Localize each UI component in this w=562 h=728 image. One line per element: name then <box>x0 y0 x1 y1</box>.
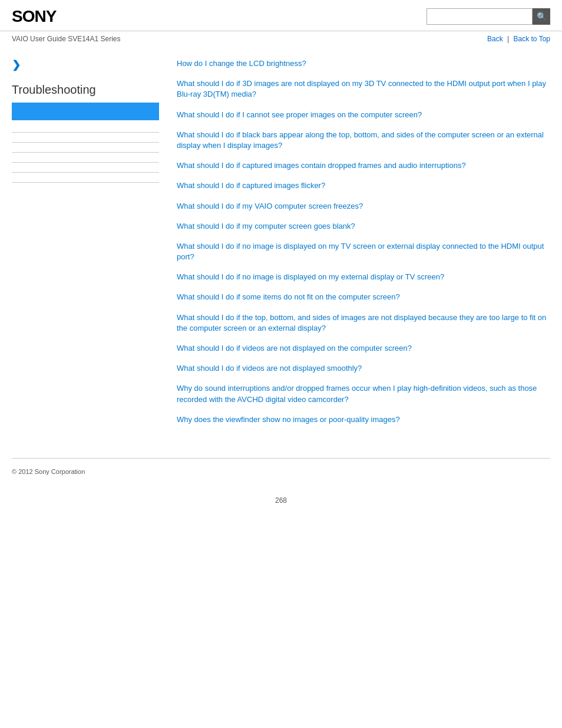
list-item: What should I do if no image is displaye… <box>177 272 550 282</box>
back-link[interactable]: Back <box>487 35 503 43</box>
list-item: What should I do if 3D images are not di… <box>177 78 550 100</box>
content-link-7[interactable]: What should I do if my VAIO computer scr… <box>177 202 363 210</box>
list-item: Why does the viewfinder show no images o… <box>177 414 550 425</box>
list-item: What should I do if some items do not fi… <box>177 292 550 302</box>
content-link-16[interactable]: Why does the viewfinder show no images o… <box>177 415 400 424</box>
list-item: What should I do if videos are not displ… <box>177 363 550 374</box>
sidebar-title: Troubleshooting <box>12 83 159 97</box>
list-item: What should I do if captured images flic… <box>177 180 550 191</box>
content-link-1[interactable]: How do I change the LCD brightness? <box>177 59 306 68</box>
page-header: SONY 🔍 <box>0 0 562 31</box>
page-number: 268 <box>0 485 562 510</box>
copyright-text: © 2012 Sony Corporation <box>12 468 85 475</box>
list-item: What should I do if videos are not displ… <box>177 343 550 354</box>
content-link-4[interactable]: What should I do if black bars appear al… <box>177 130 544 150</box>
sony-logo: SONY <box>12 7 56 26</box>
list-item <box>12 132 159 142</box>
sidebar: ❯ Troubleshooting <box>12 58 171 434</box>
content-area: How do I change the LCD brightness? What… <box>171 58 550 434</box>
list-item: What should I do if I cannot see proper … <box>177 110 550 120</box>
sidebar-links <box>12 132 159 183</box>
content-link-11[interactable]: What should I do if some items do not fi… <box>177 292 400 301</box>
list-item <box>12 172 159 183</box>
list-item: What should I do if the top, bottom, and… <box>177 312 550 334</box>
list-item: Why do sound interruptions and/or droppe… <box>177 383 550 404</box>
search-button[interactable]: 🔍 <box>533 8 550 25</box>
search-icon: 🔍 <box>537 12 547 21</box>
list-item: What should I do if captured images cont… <box>177 160 550 171</box>
content-link-6[interactable]: What should I do if captured images flic… <box>177 181 325 190</box>
main-content: ❯ Troubleshooting How do I change the LC… <box>0 47 562 446</box>
list-item: What should I do if no image is displaye… <box>177 241 550 262</box>
back-to-top-link[interactable]: Back to Top <box>514 35 550 43</box>
search-input[interactable] <box>427 8 533 25</box>
list-item <box>12 152 159 162</box>
content-link-12[interactable]: What should I do if the top, bottom, and… <box>177 313 546 332</box>
content-link-10[interactable]: What should I do if no image is displaye… <box>177 272 444 281</box>
nav-bar: VAIO User Guide SVE14A1 Series Back | Ba… <box>0 31 562 47</box>
list-item: What should I do if my computer screen g… <box>177 221 550 232</box>
content-link-9[interactable]: What should I do if no image is displaye… <box>177 242 544 261</box>
guide-title: VAIO User Guide SVE14A1 Series <box>12 35 121 43</box>
nav-links: Back | Back to Top <box>487 35 550 43</box>
list-item: How do I change the LCD brightness? <box>177 58 550 69</box>
content-link-2[interactable]: What should I do if 3D images are not di… <box>177 79 546 98</box>
list-item <box>12 142 159 152</box>
content-link-15[interactable]: Why do sound interruptions and/or droppe… <box>177 384 537 403</box>
content-link-5[interactable]: What should I do if captured images cont… <box>177 161 466 170</box>
list-item: What should I do if black bars appear al… <box>177 130 550 151</box>
content-link-14[interactable]: What should I do if videos are not displ… <box>177 364 362 373</box>
nav-separator: | <box>507 35 511 43</box>
footer: © 2012 Sony Corporation <box>0 459 562 485</box>
content-link-13[interactable]: What should I do if videos are not displ… <box>177 344 412 353</box>
list-item: What should I do if my VAIO computer scr… <box>177 201 550 212</box>
content-links: How do I change the LCD brightness? What… <box>177 58 550 425</box>
list-item <box>12 162 159 172</box>
sidebar-arrow: ❯ <box>12 58 159 71</box>
sidebar-highlight <box>12 103 159 120</box>
content-link-8[interactable]: What should I do if my computer screen g… <box>177 222 355 230</box>
search-area: 🔍 <box>427 8 550 25</box>
content-link-3[interactable]: What should I do if I cannot see proper … <box>177 110 422 119</box>
